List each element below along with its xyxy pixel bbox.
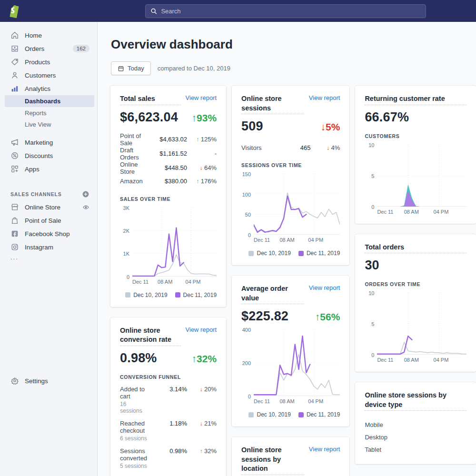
legend-swatch	[298, 251, 304, 256]
sidebar-item-analytics[interactable]: Analytics	[0, 82, 97, 95]
sessions-change: ↓5%	[321, 121, 340, 133]
table-row: Draft Orders $1,161.52 -	[120, 147, 217, 161]
online-store-sessions-card: Online store sessions View report 509 ↓5…	[232, 86, 349, 265]
sidebar-item-online-store[interactable]: Online Store	[0, 200, 97, 214]
sidebar-item-instagram[interactable]: Instagram	[0, 240, 97, 254]
legend-swatch	[248, 412, 254, 417]
legend-swatch	[248, 251, 254, 256]
apps-grid-icon	[10, 165, 19, 173]
view-report-link[interactable]: View report	[309, 94, 340, 101]
trend-arrow: ↓	[199, 386, 202, 393]
view-store-eye-icon[interactable]	[82, 204, 89, 211]
sidebar-item-dashboards[interactable]: Dashboards	[5, 95, 94, 107]
chart-subheader: SESSIONS OVER TIME	[241, 162, 340, 168]
sidebar-item-products[interactable]: Products	[0, 55, 97, 69]
sidebar-item-orders[interactable]: Orders 162	[0, 42, 97, 55]
legend-swatch	[175, 292, 180, 298]
trend-arrow: ↑	[199, 448, 202, 455]
sidebar: Home Orders 162 Products Customers Analy…	[0, 22, 98, 476]
tag-icon	[10, 58, 19, 66]
global-search[interactable]	[145, 4, 426, 18]
table-row: Visitors 465 ↓ 4%	[241, 141, 340, 154]
customers-area-chart: 1050	[365, 145, 466, 207]
funnel-row: Added to cart16 sessions 3.14% ↓ 20%	[120, 386, 217, 414]
table-row: Amazon $380.00 ↑ 176%	[120, 175, 217, 188]
average-order-value-card: Average order value View report $225.82 …	[232, 276, 349, 426]
sales-channels-header: SALES CHANNELS	[0, 188, 97, 200]
aov-value: $225.82	[241, 309, 315, 324]
funnel-subheader: CONVERSION FUNNEL	[120, 374, 217, 380]
date-range-button[interactable]: Today	[111, 61, 151, 75]
orders-count-badge: 162	[73, 45, 89, 52]
aov-over-time-chart: 4002000	[241, 329, 340, 396]
search-input[interactable]	[161, 8, 421, 15]
sidebar-more-ellipsis[interactable]: ...	[0, 254, 97, 265]
chart-x-axis: Dec 1108 AM04 PM	[254, 396, 340, 405]
view-report-link[interactable]: View report	[309, 284, 340, 291]
sidebar-item-home[interactable]: Home	[0, 29, 97, 42]
funnel-row: Reached checkout6 sessions 1.18% ↓ 21%	[120, 420, 217, 442]
instagram-icon	[10, 243, 19, 251]
orders-icon	[10, 44, 19, 53]
total-sales-card: Total sales View report $6,623.04 ↑93% P…	[110, 86, 226, 307]
facebook-icon	[10, 229, 19, 238]
card-title[interactable]: Online store sessions by device type	[365, 391, 466, 411]
legend-swatch	[125, 292, 130, 298]
megaphone-icon	[10, 138, 19, 147]
card-title[interactable]: Online store conversion rate	[120, 326, 181, 346]
card-title[interactable]: Online store sessions by location	[241, 446, 304, 475]
sidebar-item-apps[interactable]: Apps	[0, 162, 97, 176]
sales-over-time-chart: 3K2K1K0	[120, 208, 217, 277]
top-bar	[0, 0, 476, 22]
sidebar-item-live-view[interactable]: Live View	[0, 119, 97, 130]
chart-legend: Dec 10, 2019 Dec 11, 2019	[241, 411, 340, 418]
card-title[interactable]: Average order value	[241, 284, 304, 304]
sidebar-item-settings[interactable]: Settings	[0, 374, 97, 387]
sessions-value: 509	[241, 119, 320, 134]
calendar-icon	[118, 65, 124, 72]
shopify-logo-icon[interactable]	[8, 4, 21, 18]
compare-date-text: compared to Dec 10, 2019	[158, 65, 230, 72]
view-report-link[interactable]: View report	[186, 94, 217, 101]
view-report-link[interactable]: View report	[309, 446, 340, 453]
chart-legend: Dec 10, 2019 Dec 11, 2019	[241, 250, 340, 257]
card-title[interactable]: Returning customer rate	[365, 94, 466, 105]
chart-subheader: ORDERS OVER TIME	[365, 281, 466, 287]
sidebar-item-customers[interactable]: Customers	[0, 69, 97, 82]
total-sales-value: $6,623.04	[120, 110, 192, 125]
card-title[interactable]: Total orders	[365, 243, 466, 254]
conversion-rate-change: ↑32%	[192, 353, 217, 365]
aov-change: ↑56%	[315, 311, 340, 323]
sessions-by-location-card: Online store sessions by location View r…	[232, 437, 349, 476]
returning-customer-rate-card: Returning customer rate 66.67% CUSTOMERS…	[355, 86, 476, 224]
customers-icon	[10, 71, 19, 79]
sidebar-item-reports[interactable]: Reports	[0, 107, 97, 119]
sidebar-item-point-of-sale[interactable]: Point of Sale	[0, 214, 97, 227]
table-row: Tablet	[365, 443, 466, 456]
shopping-bag-icon	[10, 216, 19, 225]
orders-over-time-chart: 1050	[365, 293, 466, 355]
total-orders-value: 30	[365, 258, 466, 273]
trend-arrow: ↓	[327, 145, 329, 151]
sidebar-item-discounts[interactable]: Discounts	[0, 149, 97, 162]
card-title[interactable]: Total sales	[120, 94, 181, 105]
view-report-link[interactable]: View report	[186, 326, 217, 333]
table-row: Desktop	[365, 431, 466, 443]
page-title: Overview dashboard	[111, 37, 476, 52]
home-icon	[10, 31, 19, 40]
search-icon	[150, 8, 157, 15]
chart-legend: Dec 10, 2019 Dec 11, 2019	[120, 292, 217, 298]
table-row: Mobile	[365, 418, 466, 431]
add-channel-icon[interactable]	[82, 190, 89, 198]
sessions-over-time-chart: 150100500	[241, 174, 340, 235]
chart-x-axis: Dec 1108 AM04 PM	[132, 277, 217, 285]
total-orders-card: Total orders 30 ORDERS OVER TIME 1050 De…	[355, 234, 476, 372]
returning-rate-value: 66.67%	[365, 110, 466, 125]
chart-subheader: SALES OVER TIME	[120, 196, 217, 202]
sidebar-item-marketing[interactable]: Marketing	[0, 136, 97, 149]
conversion-rate-card: Online store conversion rate View report…	[110, 317, 226, 476]
sidebar-item-facebook-shop[interactable]: Facebook Shop	[0, 227, 97, 240]
chart-x-axis: Dec 1108 AM04 PM	[254, 235, 340, 243]
card-title[interactable]: Online store sessions	[241, 94, 304, 114]
funnel-row: Sessions converted5 sessions 0.98% ↑ 32%	[120, 447, 217, 469]
